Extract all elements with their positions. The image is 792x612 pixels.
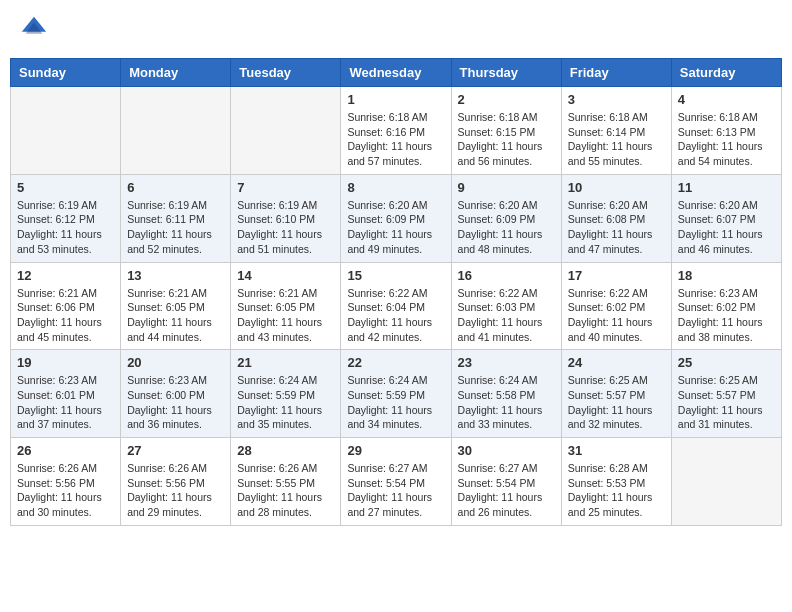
day-info-5: Sunrise: 6:19 AMSunset: 6:12 PMDaylight:… [17, 198, 114, 257]
day-number-8: 8 [347, 180, 444, 195]
weekday-header-friday: Friday [561, 59, 671, 87]
day-22: 22Sunrise: 6:24 AMSunset: 5:59 PMDayligh… [341, 350, 451, 438]
calendar-table: SundayMondayTuesdayWednesdayThursdayFrid… [10, 58, 782, 526]
day-26: 26Sunrise: 6:26 AMSunset: 5:56 PMDayligh… [11, 438, 121, 526]
day-number-12: 12 [17, 268, 114, 283]
day-number-23: 23 [458, 355, 555, 370]
day-number-24: 24 [568, 355, 665, 370]
day-number-25: 25 [678, 355, 775, 370]
day-number-15: 15 [347, 268, 444, 283]
logo-icon [20, 15, 48, 43]
day-info-22: Sunrise: 6:24 AMSunset: 5:59 PMDaylight:… [347, 373, 444, 432]
day-number-1: 1 [347, 92, 444, 107]
day-number-27: 27 [127, 443, 224, 458]
day-17: 17Sunrise: 6:22 AMSunset: 6:02 PMDayligh… [561, 262, 671, 350]
day-13: 13Sunrise: 6:21 AMSunset: 6:05 PMDayligh… [121, 262, 231, 350]
day-16: 16Sunrise: 6:22 AMSunset: 6:03 PMDayligh… [451, 262, 561, 350]
day-number-18: 18 [678, 268, 775, 283]
weekday-header-saturday: Saturday [671, 59, 781, 87]
day-info-13: Sunrise: 6:21 AMSunset: 6:05 PMDaylight:… [127, 286, 224, 345]
day-5: 5Sunrise: 6:19 AMSunset: 6:12 PMDaylight… [11, 174, 121, 262]
day-info-21: Sunrise: 6:24 AMSunset: 5:59 PMDaylight:… [237, 373, 334, 432]
week-row-3: 12Sunrise: 6:21 AMSunset: 6:06 PMDayligh… [11, 262, 782, 350]
day-number-3: 3 [568, 92, 665, 107]
day-4: 4Sunrise: 6:18 AMSunset: 6:13 PMDaylight… [671, 87, 781, 175]
day-20: 20Sunrise: 6:23 AMSunset: 6:00 PMDayligh… [121, 350, 231, 438]
day-1: 1Sunrise: 6:18 AMSunset: 6:16 PMDaylight… [341, 87, 451, 175]
day-number-16: 16 [458, 268, 555, 283]
day-info-8: Sunrise: 6:20 AMSunset: 6:09 PMDaylight:… [347, 198, 444, 257]
empty-day [11, 87, 121, 175]
day-number-30: 30 [458, 443, 555, 458]
day-25: 25Sunrise: 6:25 AMSunset: 5:57 PMDayligh… [671, 350, 781, 438]
weekday-header-sunday: Sunday [11, 59, 121, 87]
day-7: 7Sunrise: 6:19 AMSunset: 6:10 PMDaylight… [231, 174, 341, 262]
day-info-20: Sunrise: 6:23 AMSunset: 6:00 PMDaylight:… [127, 373, 224, 432]
day-6: 6Sunrise: 6:19 AMSunset: 6:11 PMDaylight… [121, 174, 231, 262]
day-info-17: Sunrise: 6:22 AMSunset: 6:02 PMDaylight:… [568, 286, 665, 345]
page-header [10, 10, 782, 48]
day-11: 11Sunrise: 6:20 AMSunset: 6:07 PMDayligh… [671, 174, 781, 262]
day-info-7: Sunrise: 6:19 AMSunset: 6:10 PMDaylight:… [237, 198, 334, 257]
day-info-1: Sunrise: 6:18 AMSunset: 6:16 PMDaylight:… [347, 110, 444, 169]
day-number-17: 17 [568, 268, 665, 283]
day-number-13: 13 [127, 268, 224, 283]
day-8: 8Sunrise: 6:20 AMSunset: 6:09 PMDaylight… [341, 174, 451, 262]
day-info-3: Sunrise: 6:18 AMSunset: 6:14 PMDaylight:… [568, 110, 665, 169]
weekday-header-wednesday: Wednesday [341, 59, 451, 87]
day-number-28: 28 [237, 443, 334, 458]
day-31: 31Sunrise: 6:28 AMSunset: 5:53 PMDayligh… [561, 438, 671, 526]
day-19: 19Sunrise: 6:23 AMSunset: 6:01 PMDayligh… [11, 350, 121, 438]
weekday-header-tuesday: Tuesday [231, 59, 341, 87]
day-15: 15Sunrise: 6:22 AMSunset: 6:04 PMDayligh… [341, 262, 451, 350]
day-info-6: Sunrise: 6:19 AMSunset: 6:11 PMDaylight:… [127, 198, 224, 257]
day-number-5: 5 [17, 180, 114, 195]
day-number-26: 26 [17, 443, 114, 458]
empty-day [121, 87, 231, 175]
day-number-19: 19 [17, 355, 114, 370]
day-24: 24Sunrise: 6:25 AMSunset: 5:57 PMDayligh… [561, 350, 671, 438]
day-info-24: Sunrise: 6:25 AMSunset: 5:57 PMDaylight:… [568, 373, 665, 432]
empty-day [231, 87, 341, 175]
day-number-2: 2 [458, 92, 555, 107]
day-number-14: 14 [237, 268, 334, 283]
week-row-4: 19Sunrise: 6:23 AMSunset: 6:01 PMDayligh… [11, 350, 782, 438]
weekday-header-row: SundayMondayTuesdayWednesdayThursdayFrid… [11, 59, 782, 87]
day-info-11: Sunrise: 6:20 AMSunset: 6:07 PMDaylight:… [678, 198, 775, 257]
logo [20, 15, 52, 43]
day-number-9: 9 [458, 180, 555, 195]
day-info-10: Sunrise: 6:20 AMSunset: 6:08 PMDaylight:… [568, 198, 665, 257]
day-number-11: 11 [678, 180, 775, 195]
day-info-15: Sunrise: 6:22 AMSunset: 6:04 PMDaylight:… [347, 286, 444, 345]
day-info-23: Sunrise: 6:24 AMSunset: 5:58 PMDaylight:… [458, 373, 555, 432]
day-number-4: 4 [678, 92, 775, 107]
day-9: 9Sunrise: 6:20 AMSunset: 6:09 PMDaylight… [451, 174, 561, 262]
day-number-31: 31 [568, 443, 665, 458]
day-10: 10Sunrise: 6:20 AMSunset: 6:08 PMDayligh… [561, 174, 671, 262]
day-number-7: 7 [237, 180, 334, 195]
day-number-10: 10 [568, 180, 665, 195]
day-info-31: Sunrise: 6:28 AMSunset: 5:53 PMDaylight:… [568, 461, 665, 520]
week-row-1: 1Sunrise: 6:18 AMSunset: 6:16 PMDaylight… [11, 87, 782, 175]
day-23: 23Sunrise: 6:24 AMSunset: 5:58 PMDayligh… [451, 350, 561, 438]
day-number-20: 20 [127, 355, 224, 370]
weekday-header-thursday: Thursday [451, 59, 561, 87]
day-info-12: Sunrise: 6:21 AMSunset: 6:06 PMDaylight:… [17, 286, 114, 345]
day-info-30: Sunrise: 6:27 AMSunset: 5:54 PMDaylight:… [458, 461, 555, 520]
day-info-14: Sunrise: 6:21 AMSunset: 6:05 PMDaylight:… [237, 286, 334, 345]
day-info-28: Sunrise: 6:26 AMSunset: 5:55 PMDaylight:… [237, 461, 334, 520]
day-28: 28Sunrise: 6:26 AMSunset: 5:55 PMDayligh… [231, 438, 341, 526]
week-row-2: 5Sunrise: 6:19 AMSunset: 6:12 PMDaylight… [11, 174, 782, 262]
day-info-29: Sunrise: 6:27 AMSunset: 5:54 PMDaylight:… [347, 461, 444, 520]
day-info-18: Sunrise: 6:23 AMSunset: 6:02 PMDaylight:… [678, 286, 775, 345]
weekday-header-monday: Monday [121, 59, 231, 87]
day-12: 12Sunrise: 6:21 AMSunset: 6:06 PMDayligh… [11, 262, 121, 350]
day-21: 21Sunrise: 6:24 AMSunset: 5:59 PMDayligh… [231, 350, 341, 438]
day-info-19: Sunrise: 6:23 AMSunset: 6:01 PMDaylight:… [17, 373, 114, 432]
day-info-27: Sunrise: 6:26 AMSunset: 5:56 PMDaylight:… [127, 461, 224, 520]
day-number-29: 29 [347, 443, 444, 458]
day-number-21: 21 [237, 355, 334, 370]
day-info-2: Sunrise: 6:18 AMSunset: 6:15 PMDaylight:… [458, 110, 555, 169]
week-row-5: 26Sunrise: 6:26 AMSunset: 5:56 PMDayligh… [11, 438, 782, 526]
empty-day [671, 438, 781, 526]
